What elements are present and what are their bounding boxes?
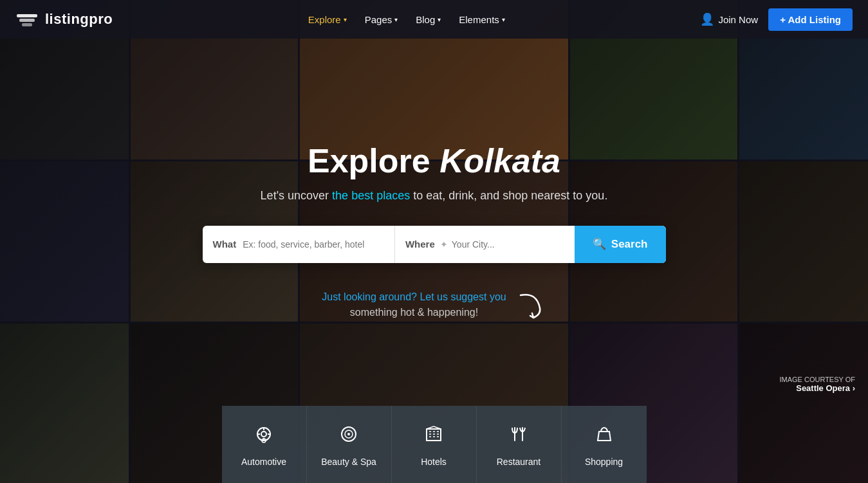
- where-label: Where: [405, 239, 435, 250]
- logo[interactable]: listingpro: [15, 8, 113, 31]
- add-listing-button[interactable]: + Add Listing: [768, 8, 853, 31]
- beauty-spa-label: Beauty & Spa: [321, 457, 376, 467]
- svg-rect-1: [19, 19, 35, 22]
- logo-text: listingpro: [45, 11, 113, 28]
- search-where-input[interactable]: [452, 239, 564, 250]
- nav-links: Explore ▾ Pages ▾ Blog ▾ Elements ▾: [308, 14, 505, 25]
- what-label: What: [213, 239, 237, 250]
- compass-icon: ✦: [440, 239, 448, 250]
- nav-blog[interactable]: Blog ▾: [416, 14, 441, 25]
- shopping-icon: [593, 423, 616, 450]
- search-icon: 🔍: [593, 237, 606, 251]
- svg-rect-0: [17, 14, 37, 17]
- category-shopping[interactable]: Shopping: [562, 406, 647, 483]
- category-automotive[interactable]: Automotive: [222, 406, 307, 483]
- automotive-icon: [252, 423, 275, 450]
- beauty-spa-icon: [337, 423, 360, 450]
- restaurant-label: Restaurant: [497, 457, 540, 467]
- svg-rect-13: [427, 429, 441, 441]
- chevron-icon: ▾: [394, 16, 398, 23]
- svg-point-4: [261, 432, 266, 437]
- category-beauty-spa[interactable]: Beauty & Spa: [307, 406, 392, 483]
- arrow-icon: [514, 289, 546, 321]
- suggest-text: Just looking around? Let us suggest you …: [322, 289, 506, 320]
- category-cards: Automotive Beauty & Spa: [222, 406, 647, 483]
- svg-point-12: [347, 433, 350, 435]
- hotels-label: Hotels: [421, 457, 447, 467]
- hero-subtitle: Let's uncover the best places to eat, dr…: [261, 189, 608, 203]
- automotive-label: Automotive: [241, 457, 286, 467]
- nav-explore[interactable]: Explore ▾: [308, 14, 347, 25]
- shopping-label: Shopping: [585, 457, 623, 467]
- image-courtesy: IMAGE COURTESY OF Seattle Opera: [779, 376, 855, 393]
- search-bar: What Where ✦ 🔍 Search: [203, 226, 666, 263]
- category-hotels[interactable]: Hotels: [392, 406, 477, 483]
- nav-actions: 👤 Join Now + Add Listing: [700, 8, 853, 31]
- nav-elements[interactable]: Elements ▾: [459, 14, 505, 25]
- chevron-icon: ▾: [438, 16, 441, 23]
- hotels-icon: [422, 423, 445, 450]
- restaurant-icon: [507, 423, 530, 450]
- search-what-input[interactable]: [243, 239, 384, 250]
- search-what-section: What: [203, 226, 395, 263]
- category-restaurant[interactable]: Restaurant: [477, 406, 562, 483]
- search-where-section: Where ✦: [395, 226, 575, 263]
- hero-title: Explore Kolkata: [308, 143, 560, 179]
- chevron-icon: ▾: [344, 16, 347, 23]
- join-now-button[interactable]: 👤 Join Now: [700, 12, 758, 26]
- search-button[interactable]: 🔍 Search: [575, 226, 666, 263]
- image-courtesy-link[interactable]: Seattle Opera: [779, 383, 855, 393]
- chevron-icon: ▾: [502, 16, 505, 23]
- nav-pages[interactable]: Pages ▾: [365, 14, 398, 25]
- svg-rect-2: [22, 23, 32, 26]
- navbar: listingpro Explore ▾ Pages ▾ Blog ▾ Elem…: [0, 0, 868, 39]
- suggest-area: Just looking around? Let us suggest you …: [322, 289, 546, 321]
